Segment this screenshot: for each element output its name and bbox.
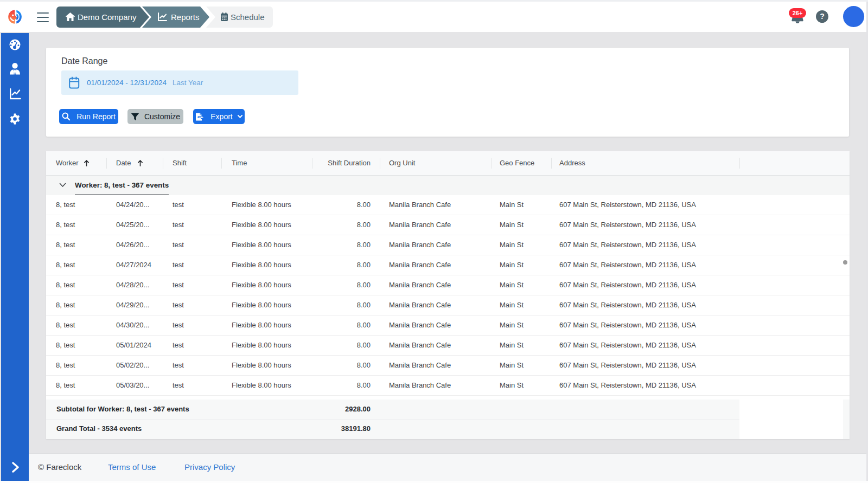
svg-text:26+: 26+: [793, 10, 803, 16]
